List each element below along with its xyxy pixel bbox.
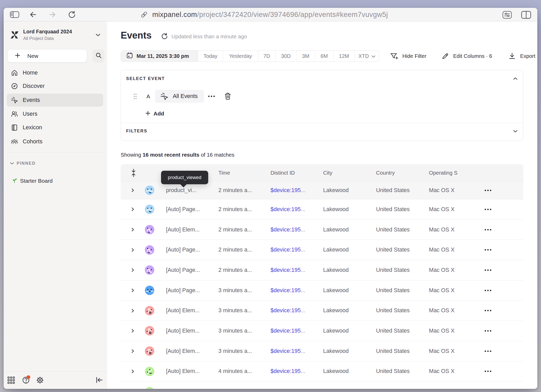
- expand-row-icon[interactable]: [131, 181, 134, 199]
- expand-row-icon[interactable]: [131, 382, 134, 389]
- settings-gear-icon[interactable]: [36, 376, 44, 384]
- sidebar-item-users[interactable]: Users: [7, 107, 104, 120]
- date-option-xtd[interactable]: XTD: [354, 51, 379, 62]
- distinct-id-value: $device:195: [270, 226, 301, 233]
- column-header-os[interactable]: Operating S: [429, 164, 457, 181]
- edit-columns-button[interactable]: Edit Columns · 6: [441, 50, 492, 62]
- row-more-icon[interactable]: [484, 181, 491, 199]
- table-row[interactable]: [Auto] Elem... 2 minutes a... $device:19…: [121, 220, 523, 240]
- country-cell: United States: [376, 362, 410, 382]
- date-option-6m[interactable]: 6M: [315, 51, 333, 62]
- address-bar[interactable]: mixpanel.com/project/3472420/view/397469…: [4, 8, 531, 21]
- distinct-id-link[interactable]: $device:195...: [270, 341, 305, 361]
- expand-row-icon[interactable]: [131, 240, 134, 260]
- add-event-button[interactable]: Add: [145, 109, 164, 118]
- distinct-id-link[interactable]: $device:195...: [270, 181, 305, 199]
- refresh-icon[interactable]: [161, 33, 168, 41]
- table-row[interactable]: [Auto] Page... 2 minutes a... $device:19…: [121, 260, 523, 280]
- expand-row-icon[interactable]: [131, 341, 134, 361]
- pinned-section-toggle[interactable]: PINNED: [10, 161, 35, 166]
- plus-icon: [145, 111, 150, 117]
- collapse-section-icon[interactable]: [513, 76, 518, 81]
- sidebar-item-events[interactable]: Events: [7, 94, 103, 107]
- expand-row-icon[interactable]: [131, 220, 134, 240]
- date-option-3m[interactable]: 3M: [296, 51, 315, 62]
- table-row[interactable]: [Auto] Page... 2 minutes a... $device:19…: [121, 199, 523, 220]
- row-more-icon[interactable]: [484, 321, 491, 341]
- column-header-city[interactable]: City: [323, 164, 332, 181]
- date-option-yesterday[interactable]: Yesterday: [223, 51, 258, 62]
- apps-grid-icon[interactable]: [7, 376, 15, 384]
- distinct-id-value: $device:195: [270, 267, 301, 273]
- sidebar-item-cohorts[interactable]: Cohorts: [7, 135, 104, 148]
- distinct-id-link[interactable]: $device:195...: [270, 362, 305, 382]
- distinct-id-link[interactable]: $device:195...: [270, 280, 305, 301]
- row-more-icon[interactable]: [484, 260, 491, 280]
- city-cell: Lakewood: [323, 341, 349, 361]
- row-more-icon[interactable]: [484, 280, 491, 301]
- expand-row-icon[interactable]: [131, 199, 134, 219]
- distinct-id-link[interactable]: $device:195...: [270, 220, 305, 240]
- drag-handle-icon[interactable]: [133, 90, 137, 103]
- sidebar-item-home[interactable]: Home: [7, 66, 104, 79]
- new-button[interactable]: New: [7, 49, 87, 63]
- sidebar-item-starter-board[interactable]: Starter Board: [11, 177, 53, 184]
- country-cell: United States: [376, 240, 410, 260]
- column-header-country[interactable]: Country: [376, 164, 395, 181]
- search-button[interactable]: [93, 49, 104, 63]
- row-more-icon[interactable]: [484, 382, 491, 389]
- tooltip-arrow: [180, 184, 187, 187]
- table-row[interactable]: [Auto] Page... 3 minutes a... $device:19…: [121, 280, 523, 301]
- table-row[interactable]: [121, 382, 523, 389]
- pencil-icon: [441, 52, 449, 60]
- row-more-icon[interactable]: [484, 240, 491, 260]
- column-header-time[interactable]: Time: [218, 164, 230, 181]
- expand-filters-icon[interactable]: [513, 129, 518, 134]
- country-cell: United States: [376, 199, 410, 219]
- all-events-chip[interactable]: All Events: [155, 90, 204, 103]
- collapse-all-rows-icon[interactable]: [131, 169, 136, 178]
- date-option-12m[interactable]: 12M: [333, 51, 354, 62]
- truncation-ellipsis: ...: [301, 267, 305, 273]
- distinct-id-link[interactable]: $device:195...: [270, 321, 305, 341]
- date-option-today[interactable]: Today: [198, 51, 223, 62]
- expand-row-icon[interactable]: [131, 321, 134, 341]
- row-more-icon[interactable]: [484, 199, 491, 219]
- delete-event-icon[interactable]: [224, 90, 231, 103]
- event-more-icon[interactable]: [208, 90, 215, 103]
- table-row[interactable]: [Auto] Page... 2 minutes a... $device:19…: [121, 240, 523, 260]
- expand-row-icon[interactable]: [131, 280, 134, 301]
- date-option-label: 7D: [263, 53, 270, 59]
- distinct-id-link[interactable]: $device:195...: [270, 240, 305, 260]
- table-row[interactable]: [Auto] Elem... 3 minutes a... $device:19…: [121, 341, 523, 362]
- page-settings-icon[interactable]: [502, 11, 512, 19]
- expand-row-icon[interactable]: [131, 260, 134, 280]
- split-view-icon[interactable]: [521, 11, 531, 19]
- row-more-icon[interactable]: [484, 341, 491, 361]
- collapse-sidebar-icon[interactable]: [95, 376, 103, 384]
- export-button[interactable]: Export: [508, 50, 535, 62]
- date-option-7d[interactable]: 7D: [258, 51, 275, 62]
- expand-row-icon[interactable]: [131, 301, 134, 321]
- expand-row-icon[interactable]: [131, 362, 134, 382]
- event-avatar: [145, 280, 154, 301]
- row-more-icon[interactable]: [484, 362, 491, 382]
- table-row[interactable]: [Auto] Elem... 3 minutes a... $device:19…: [121, 321, 523, 341]
- sidebar-item-lexicon[interactable]: Lexicon: [7, 121, 104, 134]
- date-picker-button[interactable]: Mar 11, 2025 3:30 pm: [121, 51, 198, 62]
- date-option-30d[interactable]: 30D: [275, 51, 296, 62]
- column-header-distinct-id[interactable]: Distinct ID: [270, 164, 295, 181]
- hide-filter-button[interactable]: Hide Filter: [390, 50, 426, 62]
- sidebar-item-discover[interactable]: Discover: [7, 79, 104, 93]
- chevron-down-icon: [371, 53, 376, 59]
- table-row[interactable]: [Auto] Elem... 4 minutes a... $device:19…: [121, 362, 523, 382]
- hide-filter-label: Hide Filter: [402, 53, 426, 59]
- workspace-switcher[interactable]: Lord Farquaad 2024 All Project Data: [4, 21, 107, 49]
- distinct-id-link[interactable]: $device:195...: [270, 199, 305, 219]
- city-cell: Lakewood: [323, 362, 349, 382]
- distinct-id-link[interactable]: $device:195...: [270, 260, 305, 280]
- row-more-icon[interactable]: [484, 220, 491, 240]
- row-more-icon[interactable]: [484, 301, 491, 321]
- table-row[interactable]: [Auto] Elem... 3 minutes a... $device:19…: [121, 301, 523, 321]
- distinct-id-link[interactable]: $device:195...: [270, 301, 305, 321]
